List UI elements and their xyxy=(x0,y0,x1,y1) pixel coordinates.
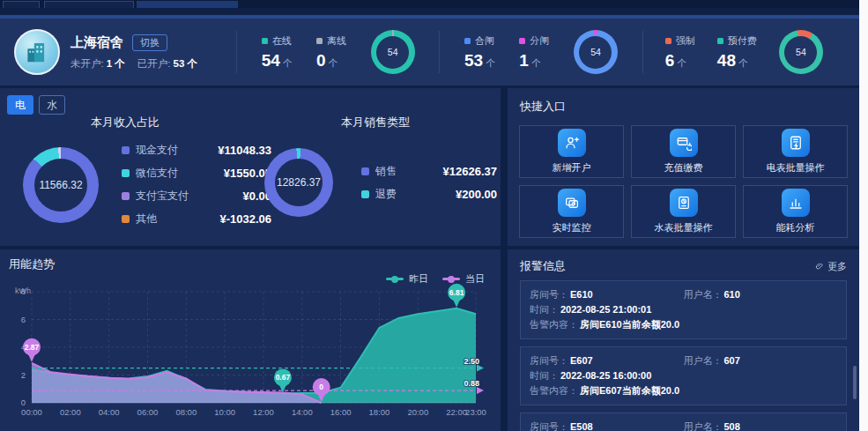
monthly-charts-panel: 电 水 本月收入占比 11566.32 现金支付¥11048.33 微信支付¥1… xyxy=(0,88,501,246)
legend-dot xyxy=(122,215,130,223)
online-status-group: 在线 54个 离线 0个 54 xyxy=(237,30,439,74)
offline-dot xyxy=(316,38,323,44)
offline-stat: 离线 0个 xyxy=(316,34,346,71)
svg-text:18:00: 18:00 xyxy=(369,407,390,417)
svg-text:00:00: 00:00 xyxy=(21,407,42,417)
quick-entry-title: 快捷入口 xyxy=(508,88,859,115)
alarm-info-panel: 报警信息 更多 房间号：E610 用户名：610 时间：2022-08-25 2… xyxy=(508,249,859,431)
prepaid-dot xyxy=(717,38,723,44)
site-name: 上海宿舍 xyxy=(70,34,123,51)
forced-stat: 强制 6个 xyxy=(665,34,695,71)
income-chart-title: 本月收入占比 xyxy=(0,115,250,130)
building-icon xyxy=(24,39,50,65)
legend-dot xyxy=(122,192,130,200)
realtime-monitor-icon xyxy=(558,189,586,217)
switch-gauge: 54 xyxy=(574,30,618,74)
trend-area-chart: 00:0002:0004:0006:0008:0010:0012:0014:00… xyxy=(5,283,492,427)
svg-text:22:00: 22:00 xyxy=(446,407,467,417)
legend-marker xyxy=(442,278,460,280)
legend-item: 微信支付¥1550.05 xyxy=(122,166,271,181)
site-block: 上海宿舍 切换 未开户:1 个 已开户:53 个 xyxy=(14,29,236,75)
legend-dot xyxy=(361,190,369,198)
alarm-time-field: 时间：2022-08-25 16:00:00 xyxy=(530,368,837,383)
alarm-time-field: 时间：2022-08-25 21:00:01 xyxy=(530,302,837,317)
online-dot xyxy=(262,38,268,44)
opened-stat: 已开户:53 个 xyxy=(137,57,197,71)
add-user-icon xyxy=(558,129,586,157)
quick-entry-energy-analysis[interactable]: 能耗分析 xyxy=(743,185,848,238)
quick-entry-recharge[interactable]: 充值缴费 xyxy=(631,125,736,178)
electric-meter-icon xyxy=(782,129,810,157)
income-legend: 现金支付¥11048.33 微信支付¥1550.05 支付宝支付¥0.00 其他… xyxy=(122,143,271,227)
svg-text:0: 0 xyxy=(319,383,323,391)
dashboard-page: { "header": { "site": { "name": "上海宿舍", … xyxy=(0,0,868,431)
alarm-room-field: 房间号：E610 xyxy=(530,287,684,302)
svg-text:kWh: kWh xyxy=(15,286,31,295)
svg-text:0.67: 0.67 xyxy=(276,373,291,382)
top-tab-stub-active[interactable] xyxy=(137,1,238,8)
svg-text:6: 6 xyxy=(21,315,26,324)
energy-analysis-icon xyxy=(782,189,810,217)
alarm-user-field: 用户名：607 xyxy=(684,353,838,368)
svg-text:14:00: 14:00 xyxy=(292,407,313,417)
svg-text:23:00: 23:00 xyxy=(465,407,486,417)
header-bar: 上海宿舍 切换 未开户:1 个 已开户:53 个 在线 54个 离线 0个 54… xyxy=(0,15,859,85)
svg-text:2.87: 2.87 xyxy=(25,343,40,352)
income-chart-half: 本月收入占比 11566.32 现金支付¥11048.33 微信支付¥1550.… xyxy=(0,115,250,227)
alarm-user-field: 用户名：610 xyxy=(684,287,838,302)
top-tab-stub[interactable] xyxy=(3,1,40,8)
open-stat: 分闸 1个 xyxy=(519,34,549,71)
switch-site-button[interactable]: 切换 xyxy=(132,34,167,51)
quick-entry-realtime-monitor[interactable]: 实时监控 xyxy=(519,185,624,238)
alarm-card[interactable]: 房间号：E508 用户名：508 时间：2022-08-25 02:30:02 … xyxy=(520,412,847,431)
alarm-content-field: 告警内容：房间E610当前余额20.0 xyxy=(530,317,837,332)
svg-text:0: 0 xyxy=(21,398,26,407)
tab-water[interactable]: 水 xyxy=(39,95,65,115)
svg-text:16:00: 16:00 xyxy=(330,407,352,417)
trend-title: 用能趋势 xyxy=(0,249,501,272)
legend-item: 销售¥12626.37 xyxy=(361,164,497,179)
income-donut-chart: 11566.32 xyxy=(23,147,99,223)
recharge-icon xyxy=(670,129,698,157)
energy-trend-panel: 用能趋势 昨日 当日 00:0002:0004:0006:0008:0010:0… xyxy=(0,249,501,431)
water-meter-icon xyxy=(670,189,698,217)
svg-text:12:00: 12:00 xyxy=(253,407,274,417)
svg-text:6.81: 6.81 xyxy=(449,288,464,297)
top-tab-strip xyxy=(0,0,859,8)
svg-text:20:00: 20:00 xyxy=(407,407,428,417)
quick-entry-add-account[interactable]: 新增开户 xyxy=(519,125,624,178)
closed-dot xyxy=(464,38,471,44)
prepaid-gauge: 54 xyxy=(779,30,823,74)
forced-dot xyxy=(665,38,671,44)
prepaid-stat: 预付费 48个 xyxy=(717,34,757,71)
quick-entry-water-meter-batch[interactable]: 水表批量操作 xyxy=(631,185,736,238)
alarm-room-field: 房间号：E607 xyxy=(530,353,684,368)
closed-stat: 合闸 53个 xyxy=(464,34,495,71)
alarm-room-field: 房间号：E508 xyxy=(530,420,684,431)
alarm-card[interactable]: 房间号：E610 用户名：610 时间：2022-08-25 21:00:01 … xyxy=(520,280,847,339)
svg-text:10:00: 10:00 xyxy=(214,407,235,417)
sales-donut-chart: 12826.37 xyxy=(264,148,333,217)
alarm-card[interactable]: 房间号：E607 用户名：607 时间：2022-08-25 16:00:00 … xyxy=(520,346,847,405)
legend-item: 现金支付¥11048.33 xyxy=(122,143,271,158)
page-edge xyxy=(859,0,868,431)
svg-text:0.88: 0.88 xyxy=(464,379,479,388)
svg-text:02:00: 02:00 xyxy=(60,407,81,417)
sales-chart-half: 本月销售类型 12826.37 销售¥12626.37 退费¥200.00 xyxy=(250,115,501,227)
top-tab-stub[interactable] xyxy=(44,1,134,8)
alarm-user-field: 用户名：508 xyxy=(684,420,838,431)
quick-entry-electric-meter-batch[interactable]: 电表批量操作 xyxy=(743,125,848,178)
payment-mode-group: 强制 6个 预付费 48个 54 xyxy=(643,30,845,74)
tab-electricity[interactable]: 电 xyxy=(7,95,33,115)
alarm-more-link[interactable]: 更多 xyxy=(815,260,847,273)
legend-item: 其他¥-1032.06 xyxy=(122,212,271,227)
online-stat: 在线 54个 xyxy=(262,34,293,71)
not-opened-stat: 未开户:1 个 xyxy=(70,57,125,71)
alarms-scrollbar[interactable] xyxy=(853,366,857,399)
switch-status-group: 合闸 53个 分闸 1个 54 xyxy=(440,30,642,74)
legend-dot xyxy=(361,167,369,175)
legend-marker xyxy=(386,278,404,280)
svg-text:06:00: 06:00 xyxy=(137,407,159,417)
legend-dot xyxy=(122,169,130,177)
svg-text:2.50: 2.50 xyxy=(464,357,479,366)
